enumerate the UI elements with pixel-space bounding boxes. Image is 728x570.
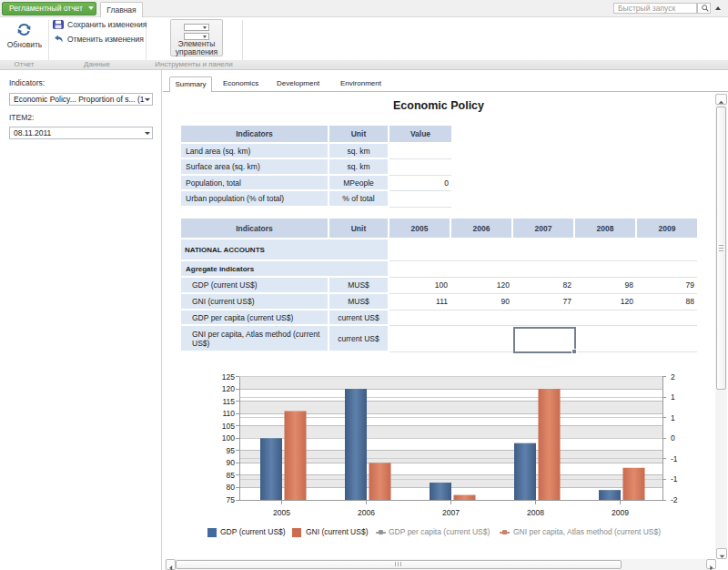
svg-text:120: 120 [222, 384, 235, 393]
svg-text:105: 105 [222, 422, 235, 431]
svg-text:85: 85 [227, 471, 236, 480]
svg-text:110: 110 [222, 409, 235, 418]
svg-text:1: 1 [671, 392, 675, 402]
svg-text:2007: 2007 [442, 508, 460, 517]
svg-text:100: 100 [222, 433, 235, 443]
svg-text:75: 75 [227, 495, 236, 504]
svg-text:115: 115 [222, 397, 235, 406]
svg-text:1: 1 [671, 413, 675, 422]
svg-text:125: 125 [222, 372, 235, 382]
svg-text:95: 95 [227, 446, 236, 455]
svg-text:-1: -1 [671, 474, 678, 483]
svg-text:2009: 2009 [612, 508, 629, 517]
svg-text:80: 80 [227, 483, 236, 492]
svg-text:2005: 2005 [273, 508, 290, 517]
svg-text:0: 0 [671, 433, 675, 443]
svg-text:-2: -2 [671, 495, 678, 504]
svg-text:90: 90 [227, 458, 236, 467]
svg-text:-1: -1 [671, 454, 678, 463]
svg-text:2008: 2008 [527, 508, 544, 517]
svg-text:2: 2 [671, 372, 675, 382]
svg-text:2006: 2006 [358, 508, 375, 517]
